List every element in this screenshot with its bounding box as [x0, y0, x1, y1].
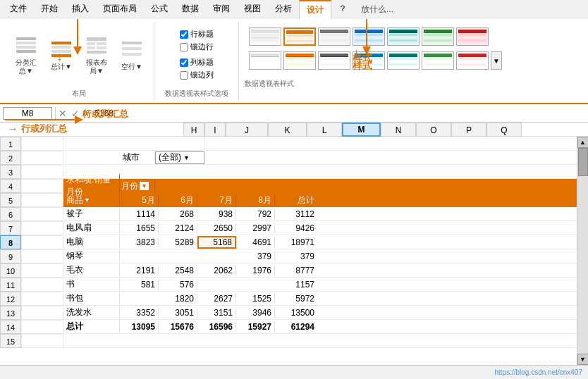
status-bar: https://blog.csdn.net/cnx407 — [0, 365, 588, 379]
col-header-O: O — [416, 123, 451, 137]
svg-rect-5 — [51, 46, 71, 49]
cancel-formula-icon[interactable]: ✕ — [59, 108, 67, 119]
table-row: 书 581 576 1157 — [63, 278, 577, 292]
name-box[interactable] — [3, 107, 52, 120]
blank-rows-icon — [121, 39, 143, 61]
formula-divider — [55, 107, 56, 120]
style-swatch-blue2[interactable] — [353, 51, 385, 70]
style-swatch-blue[interactable] — [353, 27, 385, 46]
col-header-P: P — [451, 123, 486, 137]
svg-rect-7 — [51, 54, 71, 57]
layout-group-label: 布局 — [72, 87, 86, 99]
svg-rect-0 — [16, 37, 36, 40]
blank-rows-button[interactable]: 空行▼ — [116, 36, 148, 74]
banded-rows-label: 镶边行 — [190, 42, 214, 52]
svg-rect-16 — [122, 53, 142, 56]
col-header-checkbox[interactable] — [180, 58, 188, 67]
col-header-J: J — [226, 123, 268, 137]
tab-view[interactable]: 视图 — [237, 0, 268, 19]
svg-rect-8 — [87, 37, 106, 41]
spreadsheet-content: 城市 (全部) ▼ 求和项:销量 月份 月份 — [21, 137, 577, 365]
col-header-L: L — [307, 123, 342, 137]
m7-col-header: 7月 — [197, 194, 236, 206]
styles-group-label: 数据透视表样式 — [245, 77, 294, 89]
m5-col-header: 5月 — [120, 194, 159, 206]
banded-cols-label: 镶边列 — [190, 70, 214, 80]
vertical-scrollbar[interactable]: ▲ ▼ — [577, 137, 588, 365]
options-group-label: 数据透视表样式选项 — [165, 87, 228, 99]
scroll-track — [577, 148, 588, 354]
scroll-up-button[interactable]: ▲ — [577, 137, 589, 148]
grandtotal-icon — [50, 39, 73, 61]
style-swatch-red2[interactable] — [456, 51, 489, 70]
col-header-M: M — [342, 123, 381, 137]
svg-rect-14 — [122, 42, 142, 44]
style-swatch-teal2[interactable] — [387, 51, 419, 70]
more-styles-button[interactable]: ▼ — [491, 51, 502, 70]
style-swatch-orange2[interactable] — [283, 51, 316, 70]
blank-rows-label: 空行▼ — [121, 63, 142, 71]
product-filter-icon[interactable]: ▼ — [84, 197, 90, 204]
tab-pagelayout[interactable]: 页面布局 — [96, 0, 144, 19]
svg-rect-4 — [51, 42, 71, 44]
tab-help[interactable]: ？ — [331, 0, 354, 19]
month-filter-icon[interactable]: ▼ — [140, 182, 149, 190]
confirm-formula-icon[interactable]: ✓ — [71, 108, 80, 119]
style-swatch-green[interactable] — [422, 27, 454, 46]
banded-rows-checkbox[interactable] — [180, 43, 188, 51]
svg-rect-11 — [87, 46, 95, 49]
scroll-thumb[interactable] — [578, 148, 588, 176]
tab-review[interactable]: 审阅 — [206, 0, 237, 19]
report-layout-label: 报表布局▼ — [86, 58, 107, 75]
total-col-header: 总计 — [275, 194, 317, 206]
style-swatch-teal[interactable] — [387, 27, 419, 46]
tab-data[interactable]: 数据 — [175, 0, 206, 19]
report-layout-button[interactable]: 报表布局▼ — [80, 32, 113, 78]
row-header-checkbox[interactable] — [180, 30, 188, 39]
table-row: 毛衣 2191 2548 2062 1976 8777 — [63, 263, 577, 278]
grandtotal-button[interactable]: 总计▼ — [45, 36, 78, 74]
style-swatch-gray[interactable] — [318, 27, 350, 46]
scroll-down-button[interactable]: ▼ — [577, 354, 589, 365]
m6-col-header: 6月 — [159, 194, 197, 206]
pivot-header-row: 商品 ▼ 5月 6月 7月 8月 总计 — [63, 193, 577, 207]
city-label: 城市 — [120, 151, 155, 163]
table-row: 书包 1820 2627 1525 5972 — [63, 292, 577, 306]
selected-cell[interactable]: 5168 — [197, 236, 236, 249]
row-header-label: 行标题 — [190, 29, 214, 39]
pivot-total-row: 总计 13095 15676 16596 15927 61294 — [63, 320, 577, 334]
tab-formula[interactable]: 公式 — [144, 0, 175, 19]
ribbon-group-styles: ▼ 数据透视表样式 — [239, 22, 584, 100]
ribbon-group-options: 行标题 镶边行 列标题 镶边列 数据透视表样式选项 — [154, 22, 239, 100]
style-swatch-none2[interactable] — [249, 51, 281, 70]
table-row: 被子 1114 268 938 792 3112 — [63, 207, 577, 221]
tab-insert[interactable]: 插入 — [65, 0, 96, 19]
city-dropdown[interactable]: (全部) ▼ — [155, 151, 204, 164]
banded-cols-checkbox[interactable] — [180, 71, 188, 80]
table-row: 电脑 3823 5289 5168 4691 18971 — [63, 235, 577, 249]
subtotal-icon — [15, 35, 37, 57]
svg-rect-2 — [16, 46, 36, 49]
style-swatch-none[interactable] — [249, 27, 281, 46]
style-swatch-green2[interactable] — [422, 51, 454, 70]
svg-rect-10 — [97, 42, 106, 45]
formula-input[interactable] — [92, 108, 585, 119]
tab-file[interactable]: 文件 — [3, 0, 34, 19]
city-filter-row: 城市 (全部) ▼ — [63, 151, 577, 165]
formula-icons: ✕ ✓ — [59, 108, 80, 119]
style-swatch-red[interactable] — [456, 27, 489, 46]
formula-bar: ✕ ✓ fx — [0, 104, 588, 123]
watermark: https://blog.csdn.net/cnx407 — [494, 368, 582, 376]
m8-col-header: 8月 — [236, 194, 275, 206]
style-swatch-orange[interactable] — [283, 27, 316, 46]
col-header-label: 列标题 — [190, 57, 214, 68]
city-dropdown-arrow: ▼ — [183, 154, 190, 161]
tab-home[interactable]: 开始 — [34, 0, 65, 19]
col-header-N: N — [381, 123, 416, 137]
row-col-annotation: → 行或列汇总 — [7, 123, 67, 135]
subtotal-button[interactable]: 分类汇总▼ — [10, 32, 42, 78]
svg-rect-12 — [97, 46, 106, 49]
style-swatch-gray2[interactable] — [318, 51, 350, 70]
tab-design[interactable]: 设计 — [299, 0, 331, 19]
tab-analyze[interactable]: 分析 — [268, 0, 299, 19]
